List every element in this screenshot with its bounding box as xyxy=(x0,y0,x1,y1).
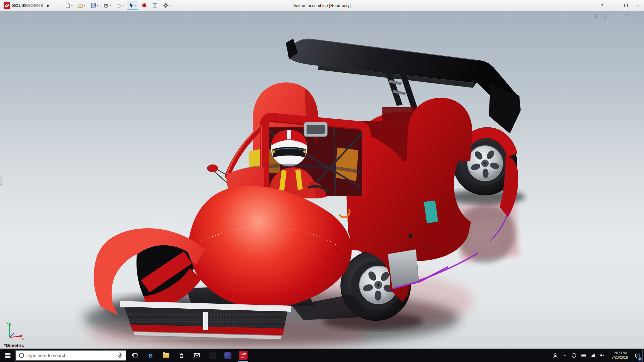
doc-close-button[interactable]: × xyxy=(634,13,639,18)
app-button-dark[interactable] xyxy=(205,349,220,362)
file-explorer-button[interactable] xyxy=(158,349,174,362)
open-folder-icon xyxy=(77,2,84,8)
chevron-up-icon xyxy=(562,353,567,358)
app-button-blue[interactable] xyxy=(220,349,235,362)
doc-restore-button[interactable] xyxy=(624,13,629,18)
appearance-sphere-icon xyxy=(141,2,147,8)
windows-logo-icon xyxy=(5,353,11,358)
solidworks-logo: SOLIDWORKS xyxy=(0,2,46,9)
options-button[interactable]: ▾ xyxy=(161,1,172,10)
shield-icon xyxy=(571,353,577,358)
file-explorer-icon xyxy=(163,353,169,358)
security-tray-button[interactable] xyxy=(569,349,579,362)
panel-edge-handle[interactable] xyxy=(0,177,2,185)
quick-toolbar: ▾ ▾ ▾ xyxy=(63,1,172,10)
doc-minimize-button[interactable]: – xyxy=(613,13,619,18)
select-tool-button[interactable]: ▾ xyxy=(127,1,138,10)
store-bag-icon xyxy=(178,352,185,359)
people-icon xyxy=(552,353,558,358)
undo-icon xyxy=(116,2,122,8)
solidworks-taskbar-button[interactable]: SW 2017 xyxy=(235,349,251,362)
caret-icon: ▾ xyxy=(122,4,124,7)
edge-icon: e xyxy=(149,352,153,359)
triad-y-label: Y xyxy=(7,321,9,325)
caret-icon: ▾ xyxy=(97,4,98,7)
sheet-icon xyxy=(604,14,607,18)
save-icon xyxy=(90,2,96,8)
store-button[interactable] xyxy=(174,349,189,362)
start-button[interactable] xyxy=(0,349,15,362)
minimize-button[interactable]: – xyxy=(608,0,620,11)
caret-icon: ▾ xyxy=(135,4,137,7)
edge-browser-button[interactable]: e xyxy=(143,349,158,362)
notification-badge: 3 xyxy=(638,357,642,361)
caret-icon: ▾ xyxy=(169,4,171,7)
network-tray-button[interactable] xyxy=(588,349,597,362)
clock-time: 1:07 PM xyxy=(607,351,632,355)
show-desktop-button[interactable] xyxy=(642,349,644,362)
caret-icon: ▾ xyxy=(84,4,86,7)
solidworks-app-icon: SW 2017 xyxy=(239,351,248,360)
doc-window-button-2[interactable] xyxy=(603,13,608,18)
app-titlebar: SOLIDWORKS ▶ ▾ ▾ xyxy=(0,0,644,11)
battery-icon xyxy=(580,353,587,358)
undo-button[interactable]: ▾ xyxy=(114,1,125,10)
taskbar-clock[interactable]: 1:07 PM 7/23/2018 xyxy=(607,351,633,360)
caret-icon: ▾ xyxy=(110,4,111,7)
cortana-icon xyxy=(18,352,24,358)
doc-window-button-1[interactable] xyxy=(592,13,598,18)
sw-icon-year: 2017 xyxy=(241,356,246,358)
maximize-button[interactable] xyxy=(620,0,632,11)
microphone-icon[interactable] xyxy=(116,352,123,359)
driver-helmet xyxy=(271,130,307,166)
network-icon xyxy=(590,353,596,358)
restore-icon xyxy=(625,14,628,17)
new-document-button[interactable]: ▾ xyxy=(63,1,74,10)
volume-tray-button[interactable] xyxy=(597,349,607,362)
appearance-button[interactable] xyxy=(140,1,149,10)
brand-text-solid: SOLID xyxy=(12,3,26,8)
design-library-button[interactable] xyxy=(150,1,160,10)
window-controls: ? – × xyxy=(596,0,644,11)
design-library-icon xyxy=(152,2,158,8)
maximize-icon xyxy=(624,4,628,7)
mail-icon xyxy=(194,352,200,359)
select-cursor-icon xyxy=(128,2,135,8)
task-view-button[interactable] xyxy=(127,349,143,362)
system-tray: 1:07 PM 7/23/2018 3 xyxy=(550,349,644,362)
help-button[interactable]: ? xyxy=(596,0,608,11)
clock-date: 7/23/2018 xyxy=(607,355,632,360)
view-orientation-label: *Dimetric xyxy=(4,343,24,348)
save-button[interactable]: ▾ xyxy=(89,1,100,10)
triad-x-label: X xyxy=(22,337,24,341)
blue-app-icon xyxy=(224,352,231,359)
dark-app-icon xyxy=(209,352,216,359)
solidworks-window: SOLIDWORKS ▶ ▾ ▾ xyxy=(0,0,644,362)
show-hidden-icons-button[interactable] xyxy=(560,349,569,362)
document-window-controls: – × xyxy=(592,13,639,18)
taskbar-search[interactable] xyxy=(15,350,126,361)
solidworks-logo-icon xyxy=(3,2,10,9)
gear-icon xyxy=(163,2,169,8)
brand-text-works: WORKS xyxy=(26,3,44,8)
print-button[interactable]: ▾ xyxy=(101,1,113,10)
new-document-icon xyxy=(65,2,71,8)
print-icon xyxy=(103,2,109,8)
mail-button[interactable] xyxy=(189,349,205,362)
sheet-icon xyxy=(594,14,597,18)
orientation-triad: Y X xyxy=(4,319,26,341)
open-button[interactable]: ▾ xyxy=(76,1,87,10)
action-center-button[interactable]: 3 xyxy=(633,349,642,362)
windows-taskbar: e SW 2017 xyxy=(0,349,644,362)
task-view-icon xyxy=(132,352,139,359)
model-scene xyxy=(0,11,644,349)
people-button[interactable] xyxy=(550,349,560,362)
caret-icon: ▾ xyxy=(71,4,73,7)
window-title: Voiture assemblee [Read-only] xyxy=(293,0,351,11)
search-input[interactable] xyxy=(26,353,114,358)
battery-tray-button[interactable] xyxy=(579,349,588,362)
close-button[interactable]: × xyxy=(632,0,644,11)
volume-muted-icon xyxy=(599,353,605,358)
menu-expand-button[interactable]: ▶ xyxy=(46,2,52,9)
graphics-area[interactable]: – × Y X *Dimetric xyxy=(0,11,644,349)
